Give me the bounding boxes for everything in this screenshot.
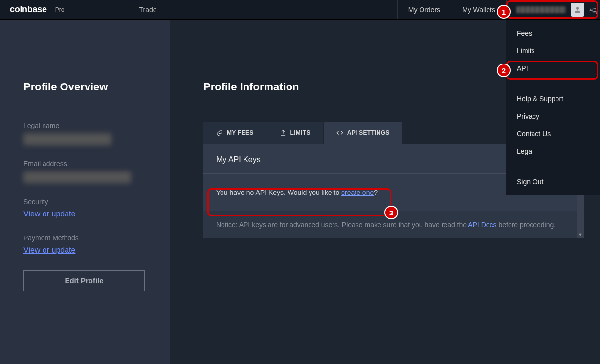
tab-limits-label: LIMITS bbox=[290, 129, 311, 136]
dropdown-separator bbox=[506, 77, 600, 90]
security-link[interactable]: View or update bbox=[23, 210, 147, 218]
nav-my-orders[interactable]: My Orders bbox=[397, 0, 451, 19]
tab-my-fees-label: MY FEES bbox=[227, 129, 254, 136]
tab-limits[interactable]: LIMITS bbox=[267, 122, 323, 144]
email-label: Email address bbox=[23, 160, 147, 168]
payment-link[interactable]: View or update bbox=[23, 246, 147, 255]
dropdown-contact[interactable]: Contact Us bbox=[506, 125, 600, 143]
logo-sub: Pro bbox=[55, 6, 65, 13]
notice-pre: Notice: API keys are for advanced users.… bbox=[216, 221, 468, 229]
dropdown-help[interactable]: Help & Support bbox=[506, 90, 600, 107]
nav-spacer bbox=[170, 0, 397, 19]
tab-api-label: API SETTINGS bbox=[347, 129, 390, 136]
logo[interactable]: coinbase Pro bbox=[0, 0, 126, 19]
scrollbar-down-arrow-icon[interactable]: ▼ bbox=[577, 231, 584, 238]
msg-pre: You have no API Keys. Would you like to bbox=[216, 189, 341, 196]
avatar bbox=[571, 3, 584, 17]
dropdown-signout[interactable]: Sign Out bbox=[506, 173, 600, 191]
sidebar-title: Profile Overview bbox=[23, 81, 147, 93]
tab-api-settings[interactable]: API SETTINGS bbox=[324, 122, 402, 144]
sidebar: Profile Overview Legal name Email addres… bbox=[0, 20, 170, 364]
notice-post: before proceeding. bbox=[497, 221, 556, 229]
dropdown-api[interactable]: API bbox=[506, 60, 600, 77]
logo-main: coinbase bbox=[10, 4, 47, 15]
dropdown-privacy[interactable]: Privacy bbox=[506, 107, 600, 125]
legal-name-redacted bbox=[23, 133, 111, 145]
security-label: Security bbox=[23, 198, 147, 206]
payment-label: Payment Methods bbox=[23, 234, 147, 242]
legal-name-label: Legal name bbox=[23, 122, 147, 129]
user-icon bbox=[573, 5, 582, 14]
user-menu-toggle[interactable]: ▲ ☟ Fees Limits API Help & Support Priva… bbox=[506, 0, 600, 19]
user-dropdown: Fees Limits API Help & Support Privacy C… bbox=[506, 20, 600, 195]
annotation-badge-1: 1 bbox=[497, 5, 511, 19]
user-name-redacted bbox=[516, 6, 566, 13]
dropdown-separator bbox=[506, 160, 600, 173]
cursor-pointer-icon: ☟ bbox=[591, 6, 599, 17]
edit-profile-button[interactable]: Edit Profile bbox=[23, 270, 145, 291]
upload-icon bbox=[280, 129, 287, 136]
panel-title: My API Keys bbox=[216, 155, 261, 164]
logo-separator bbox=[51, 5, 51, 14]
code-icon bbox=[336, 129, 343, 136]
api-docs-link[interactable]: API Docs bbox=[468, 221, 496, 229]
tab-my-fees[interactable]: MY FEES bbox=[203, 122, 267, 144]
dropdown-fees[interactable]: Fees bbox=[506, 24, 600, 42]
link-icon bbox=[216, 129, 223, 136]
svg-point-0 bbox=[576, 7, 579, 10]
email-redacted bbox=[23, 171, 131, 183]
create-one-link[interactable]: create one bbox=[341, 189, 374, 196]
annotation-badge-3: 3 bbox=[384, 206, 398, 219]
annotation-badge-2: 2 bbox=[497, 64, 511, 77]
nav-trade[interactable]: Trade bbox=[126, 0, 170, 19]
dropdown-limits[interactable]: Limits bbox=[506, 42, 600, 60]
msg-post: ? bbox=[374, 189, 378, 196]
dropdown-legal[interactable]: Legal bbox=[506, 143, 600, 160]
